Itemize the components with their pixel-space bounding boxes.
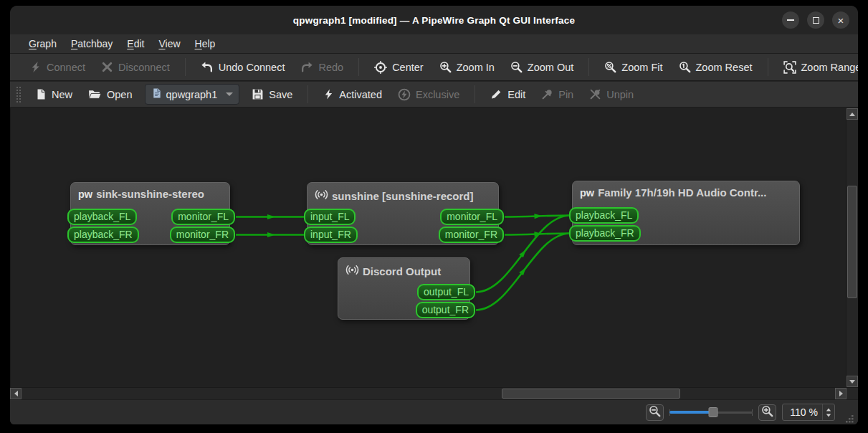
graph-canvas[interactable]: pwsink-sunshine-stereoplayback_FLplaybac… bbox=[10, 108, 846, 387]
zoom-in-button[interactable] bbox=[758, 404, 776, 421]
zoom-range-button[interactable]: Zoom Range bbox=[777, 58, 859, 77]
new-file-icon bbox=[35, 88, 47, 100]
resize-grip[interactable] bbox=[844, 413, 855, 424]
toolbar-graph: ConnectDisconnectUndo ConnectRedoCenterZ… bbox=[10, 54, 858, 80]
horizontal-scrollbar[interactable] bbox=[10, 388, 846, 399]
port-input_FR[interactable]: input_FR bbox=[304, 227, 358, 243]
minimize-icon bbox=[787, 19, 794, 21]
port-monitor_FL[interactable]: monitor_FL bbox=[440, 209, 504, 225]
zoom-in-icon bbox=[761, 405, 773, 420]
port-monitor_FR[interactable]: monitor_FR bbox=[439, 227, 504, 243]
menu-item-help[interactable]: Help bbox=[188, 36, 223, 52]
zoom-spinbox[interactable]: 110 % bbox=[782, 404, 835, 421]
open-folder-icon bbox=[88, 88, 102, 100]
toolbar-button-label: Edit bbox=[507, 89, 525, 100]
patchbay-file-icon bbox=[151, 87, 162, 101]
unpin-button[interactable]: Unpin bbox=[583, 85, 640, 103]
node-sunshine[interactable]: sunshine [sunshine-record]input_FLinput_… bbox=[307, 182, 499, 245]
zoom-in-button[interactable]: Zoom In bbox=[433, 58, 501, 76]
activated-button[interactable]: Activated bbox=[317, 85, 388, 103]
horizontal-scroll-track[interactable] bbox=[22, 388, 835, 399]
minimize-button[interactable] bbox=[782, 11, 799, 29]
center-button[interactable]: Center bbox=[368, 58, 430, 77]
vertical-scroll-track[interactable] bbox=[846, 120, 858, 376]
zoom-range-icon bbox=[783, 61, 796, 74]
toolbar-separator bbox=[185, 58, 186, 76]
toolbar-button-label: Zoom Out bbox=[528, 62, 573, 73]
port-output_FR[interactable]: output_FR bbox=[416, 302, 475, 318]
edit-icon bbox=[490, 88, 502, 100]
zoom-slider-handle[interactable] bbox=[708, 407, 717, 417]
redo-icon bbox=[300, 61, 313, 73]
patchbay-profile-combobox[interactable]: qpwgraph1 bbox=[145, 84, 240, 105]
node-sink[interactable]: pwsink-sunshine-stereoplayback_FLplaybac… bbox=[70, 182, 230, 245]
patchbay-profile-value: qpwgraph1 bbox=[166, 89, 218, 100]
node-discord[interactable]: Discord Outputoutput_FLoutput_FR bbox=[338, 257, 470, 320]
disconnect-button[interactable]: Disconnect bbox=[95, 58, 176, 76]
open-button[interactable]: Open bbox=[82, 85, 138, 103]
menu-item-edit[interactable]: Edit bbox=[120, 36, 151, 52]
toolbar-button-label: Open bbox=[107, 89, 132, 100]
menu-item-patchbay[interactable]: Patchbay bbox=[64, 36, 120, 52]
new-button[interactable]: New bbox=[29, 85, 79, 103]
zoom-value: 110 % bbox=[783, 406, 822, 418]
toolbar-button-label: Redo bbox=[318, 62, 343, 73]
zoom-slider[interactable] bbox=[669, 405, 753, 419]
toolbar-button-label: Zoom Fit bbox=[621, 62, 662, 73]
port-input_FL[interactable]: input_FL bbox=[304, 209, 356, 225]
maximize-button[interactable] bbox=[807, 11, 824, 29]
connect-button[interactable]: Connect bbox=[23, 58, 92, 76]
pin-button[interactable]: Pin bbox=[535, 85, 580, 103]
arrow-right-icon bbox=[839, 391, 843, 396]
vertical-scroll-handle[interactable] bbox=[847, 186, 857, 298]
scroll-right-button[interactable] bbox=[835, 388, 846, 399]
close-button[interactable]: × bbox=[832, 11, 849, 29]
toolbar-button-label: Pin bbox=[558, 89, 573, 100]
window-controls: × bbox=[782, 11, 849, 29]
save-icon bbox=[252, 88, 264, 100]
zoom-out-button[interactable]: Zoom Out bbox=[504, 58, 580, 76]
zoom-reset-icon bbox=[679, 61, 691, 73]
scroll-left-button[interactable] bbox=[10, 388, 22, 399]
port-playback_FL[interactable]: playback_FL bbox=[67, 209, 137, 225]
spin-down-icon bbox=[826, 414, 831, 417]
port-playback_FR[interactable]: playback_FR bbox=[569, 225, 641, 242]
toolbar-button-label: Activated bbox=[339, 89, 382, 100]
port-monitor_FR[interactable]: monitor_FR bbox=[170, 227, 235, 243]
slider-fill bbox=[669, 411, 712, 414]
redo-button[interactable]: Redo bbox=[294, 58, 350, 76]
zoom-out-icon bbox=[649, 405, 661, 420]
scrollbar-corner bbox=[846, 388, 858, 399]
node-title: Discord Output bbox=[363, 265, 441, 277]
stream-icon bbox=[345, 263, 359, 279]
menu-item-graph[interactable]: Graph bbox=[22, 36, 64, 52]
disconnect-icon bbox=[101, 61, 113, 73]
scroll-down-button[interactable] bbox=[846, 376, 858, 387]
port-playback_FL[interactable]: playback_FL bbox=[569, 207, 639, 224]
save-button[interactable]: Save bbox=[245, 85, 299, 103]
toolbar-button-label: Undo Connect bbox=[219, 62, 285, 73]
chevron-down-icon bbox=[226, 92, 233, 96]
node-family[interactable]: pwFamily 17h/19h HD Audio Contr...playba… bbox=[572, 181, 800, 245]
node-title: sink-sunshine-stereo bbox=[96, 188, 204, 200]
scroll-up-button[interactable] bbox=[846, 108, 858, 120]
menu-item-view[interactable]: View bbox=[151, 36, 187, 52]
undo-connect-button[interactable]: Undo Connect bbox=[194, 58, 292, 76]
port-monitor_FL[interactable]: monitor_FL bbox=[171, 209, 235, 225]
titlebar[interactable]: qpwgraph1 [modified] — A PipeWire Graph … bbox=[10, 6, 858, 34]
edit-button[interactable]: Edit bbox=[484, 85, 532, 103]
exclusive-button[interactable]: Exclusive bbox=[391, 85, 466, 104]
vertical-scrollbar[interactable] bbox=[846, 108, 858, 387]
toolbar-button-label: Connect bbox=[47, 62, 85, 73]
zoom-fit-button[interactable]: Zoom Fit bbox=[598, 58, 669, 76]
toolbar-button-label: Zoom In bbox=[457, 62, 495, 73]
toolbar-drag-handle[interactable] bbox=[16, 86, 22, 103]
spinbox-buttons[interactable] bbox=[822, 404, 834, 420]
statusbar: 110 % bbox=[10, 399, 858, 424]
port-playback_FR[interactable]: playback_FR bbox=[67, 227, 139, 243]
port-output_FL[interactable]: output_FL bbox=[417, 284, 475, 300]
zoom-reset-button[interactable]: Zoom Reset bbox=[672, 58, 759, 76]
undo-icon bbox=[201, 61, 214, 73]
zoom-out-button[interactable] bbox=[646, 404, 664, 421]
horizontal-scroll-handle[interactable] bbox=[502, 389, 681, 399]
